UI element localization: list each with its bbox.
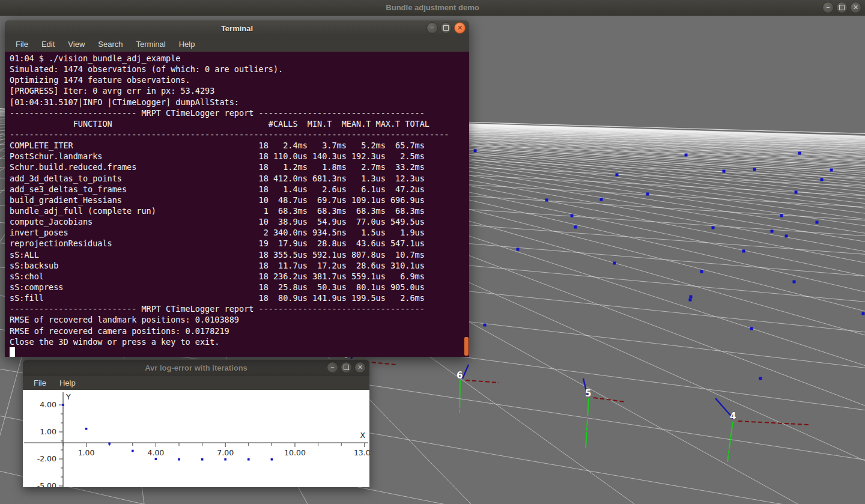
data-point — [178, 458, 180, 461]
landmark-point — [785, 235, 788, 238]
terminal-window-controls: − ✕ — [426, 22, 466, 34]
terminal-menu-view[interactable]: View — [62, 38, 91, 50]
minimize-icon[interactable]: − — [327, 362, 338, 373]
landmark-point — [646, 193, 649, 196]
terminal-output[interactable]: 01:04 $ ./vision_bundle_adj_example Simu… — [5, 52, 469, 357]
landmark-point — [484, 324, 487, 327]
landmark-point — [816, 221, 819, 224]
maximize-icon[interactable] — [440, 22, 452, 34]
camera-label: 6 — [457, 370, 463, 381]
landmark-point — [685, 154, 688, 157]
plot-axes: YX1.004.007.0010.0013.004.001.00-2.00-5.… — [24, 392, 369, 487]
landmark-point — [830, 169, 833, 172]
plot-window: Avr log-error with iterations − ✕ FileHe… — [23, 359, 369, 487]
landmark-point — [600, 198, 603, 201]
y-axis-label: Y — [65, 392, 71, 401]
landmark-point — [616, 174, 619, 177]
terminal-menubar: FileEditViewSearchTerminalHelp — [5, 36, 469, 52]
main-window-titlebar[interactable]: Bundle adjustment demo − ✕ — [0, 0, 865, 16]
x-tick-label: 1.00 — [78, 448, 95, 457]
minimize-icon[interactable]: − — [426, 22, 438, 34]
y-tick-label: 4.00 — [40, 400, 56, 409]
terminal-menu-help[interactable]: Help — [173, 38, 201, 50]
maximize-icon[interactable] — [341, 362, 352, 373]
plot-menu-help[interactable]: Help — [53, 377, 82, 389]
x-tick-label: 4.00 — [147, 448, 164, 457]
data-point — [271, 458, 273, 461]
data-point — [224, 458, 226, 461]
terminal-scrollbar[interactable] — [464, 337, 469, 356]
landmark-point — [517, 248, 520, 251]
landmark-point — [750, 327, 753, 330]
close-icon[interactable]: ✕ — [354, 362, 366, 373]
x-tick-label: 7.00 — [217, 448, 234, 457]
data-point — [62, 404, 64, 406]
camera-label: 4 — [730, 411, 736, 422]
plot-window-controls: − ✕ — [327, 362, 366, 373]
plot-window-title: Avr log-error with iterations — [145, 363, 247, 372]
main-window-controls: − ✕ — [822, 2, 861, 13]
terminal-window: Terminal − ✕ FileEditViewSearchTerminalH… — [5, 20, 469, 357]
landmark-point — [798, 152, 801, 155]
landmark-point — [742, 250, 745, 253]
main-window-title: Bundle adjustment demo — [386, 3, 479, 12]
x-tick-label: 13.00 — [354, 448, 369, 457]
minimize-icon[interactable]: − — [822, 2, 834, 13]
landmark-point — [723, 170, 726, 173]
landmark-point — [690, 296, 693, 299]
maximize-icon[interactable] — [836, 2, 848, 13]
data-point — [85, 428, 88, 430]
plot-window-titlebar[interactable]: Avr log-error with iterations − ✕ — [23, 359, 369, 376]
landmark-point — [821, 178, 824, 181]
camera-label: 5 — [585, 388, 591, 399]
landmark-point — [712, 226, 715, 229]
close-icon[interactable]: ✕ — [850, 2, 861, 13]
terminal-title: Terminal — [221, 24, 253, 33]
x-axis-label: X — [360, 431, 365, 440]
landmark-point — [613, 262, 616, 265]
landmark-point — [574, 226, 577, 229]
landmark-point — [771, 230, 774, 233]
desktop: 7654 Bundle adjustment demo − ✕ Avr log-… — [0, 0, 865, 504]
terminal-menu-file[interactable]: File — [10, 38, 34, 50]
landmark-point — [689, 299, 692, 302]
data-point — [201, 458, 204, 461]
landmark-point — [793, 281, 796, 284]
y-tick-label: -5.00 — [37, 481, 56, 487]
terminal-titlebar[interactable]: Terminal − ✕ — [5, 20, 469, 36]
landmark-point — [474, 150, 477, 153]
landmark-point — [700, 270, 703, 273]
landmark-point — [545, 199, 548, 202]
data-point — [132, 450, 134, 452]
terminal-menu-terminal[interactable]: Terminal — [130, 38, 172, 50]
y-tick-label: -2.00 — [37, 454, 56, 463]
terminal-text: 01:04 $ ./vision_bundle_adj_example Simu… — [5, 52, 469, 347]
y-tick-label: 1.00 — [40, 427, 56, 436]
terminal-cursor — [10, 347, 15, 357]
plot-canvas: YX1.004.007.0010.0013.004.001.00-2.00-5.… — [23, 390, 369, 487]
plot-menubar: FileHelp — [23, 376, 369, 390]
terminal-menu-search[interactable]: Search — [92, 38, 129, 50]
landmark-point — [862, 312, 865, 315]
landmark-point — [780, 214, 783, 217]
data-point — [247, 458, 250, 461]
landmark-point — [753, 168, 756, 171]
landmark-point — [795, 191, 798, 194]
terminal-menu-edit[interactable]: Edit — [35, 38, 61, 50]
close-icon[interactable]: ✕ — [454, 22, 466, 34]
data-point — [155, 458, 157, 460]
plot-menu-file[interactable]: File — [28, 377, 52, 389]
data-point — [108, 443, 111, 445]
x-tick-label: 10.00 — [284, 448, 306, 457]
landmark-point — [759, 377, 762, 380]
landmark-point — [571, 214, 574, 217]
